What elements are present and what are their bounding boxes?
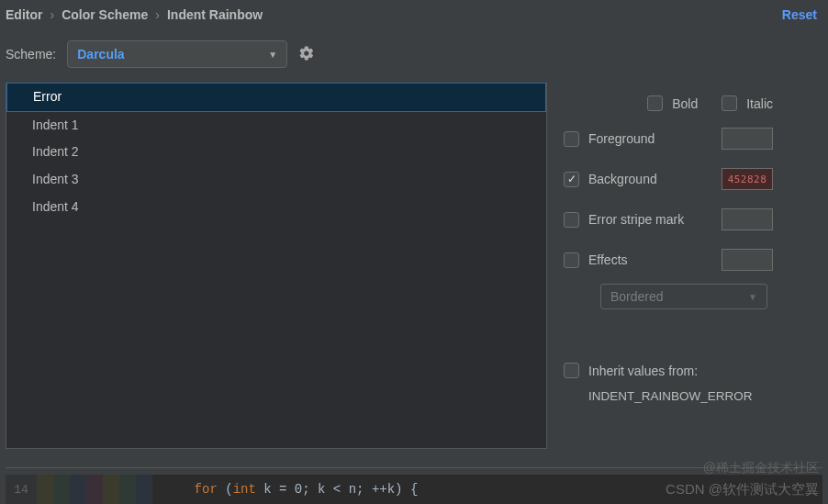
line-number: 14	[6, 475, 37, 504]
foreground-label: Foreground	[588, 131, 655, 146]
list-item[interactable]: Indent 2	[6, 139, 546, 166]
chevron-down-icon: ▼	[268, 50, 277, 60]
crumb-editor[interactable]: Editor	[6, 7, 42, 22]
code-text: k = 0; k < n; ++k) {	[256, 482, 418, 497]
inherit-checkbox[interactable]	[564, 363, 579, 378]
foreground-swatch[interactable]	[722, 128, 773, 150]
breadcrumb: Editor › Color Scheme › Indent Rainbow	[6, 7, 263, 22]
italic-checkbox[interactable]	[722, 95, 737, 111]
error-stripe-label: Error stripe mark	[588, 212, 684, 227]
background-label: Background	[588, 172, 657, 186]
list-item[interactable]: Indent 3	[6, 166, 546, 194]
chevron-right-icon: ›	[155, 7, 160, 22]
crumb-color-scheme[interactable]: Color Scheme	[62, 7, 148, 22]
header: Editor › Color Scheme › Indent Rainbow R…	[0, 0, 828, 29]
effects-checkbox[interactable]	[564, 252, 579, 268]
watermark: CSDN @软件测试大空翼	[666, 481, 819, 498]
list-item[interactable]: Error	[6, 83, 546, 112]
code-text: (	[218, 482, 233, 497]
type: int	[233, 482, 256, 497]
effects-label: Effects	[588, 252, 628, 267]
keyword: for	[195, 482, 218, 497]
error-stripe-checkbox[interactable]	[564, 212, 579, 228]
scheme-value: Darcula	[77, 47, 124, 62]
watermark: @稀土掘金技术社区	[703, 460, 819, 476]
inherit-source[interactable]: INDENT_RAINBOW_ERROR	[564, 389, 815, 403]
bold-label: Bold	[672, 96, 698, 111]
foreground-checkbox[interactable]	[564, 131, 579, 147]
scheme-row: Scheme: Darcula ▼	[0, 29, 828, 83]
reset-button[interactable]: Reset	[782, 7, 817, 22]
bold-checkbox[interactable]	[647, 95, 663, 111]
list-item[interactable]: Indent 1	[6, 112, 546, 140]
error-stripe-swatch[interactable]	[722, 208, 773, 230]
divider	[6, 467, 822, 468]
background-checkbox[interactable]	[564, 172, 579, 187]
crumb-indent-rainbow: Indent Rainbow	[167, 7, 263, 22]
list-item[interactable]: Indent 4	[6, 194, 546, 221]
chevron-down-icon: ▼	[748, 292, 757, 302]
background-swatch[interactable]: 452828	[722, 168, 773, 190]
effects-type-value: Bordered	[610, 289, 664, 304]
options-panel: Bold Italic Foreground Background 452828	[564, 83, 822, 449]
effects-type-dropdown[interactable]: Bordered ▼	[600, 284, 767, 309]
effects-swatch[interactable]	[722, 249, 773, 271]
chevron-right-icon: ›	[50, 7, 54, 22]
italic-label: Italic	[746, 96, 773, 111]
main: Error Indent 1 Indent 2 Indent 3 Indent …	[0, 83, 828, 449]
inherit-label: Inherit values from:	[588, 364, 698, 378]
attribute-list[interactable]: Error Indent 1 Indent 2 Indent 3 Indent …	[6, 83, 547, 449]
scheme-dropdown[interactable]: Darcula ▼	[67, 40, 287, 68]
indent-stripes	[37, 475, 152, 504]
code-line: for (int k = 0; k < n; ++k) {	[152, 475, 418, 504]
gear-icon[interactable]	[298, 45, 315, 64]
scheme-label: Scheme:	[6, 47, 56, 62]
